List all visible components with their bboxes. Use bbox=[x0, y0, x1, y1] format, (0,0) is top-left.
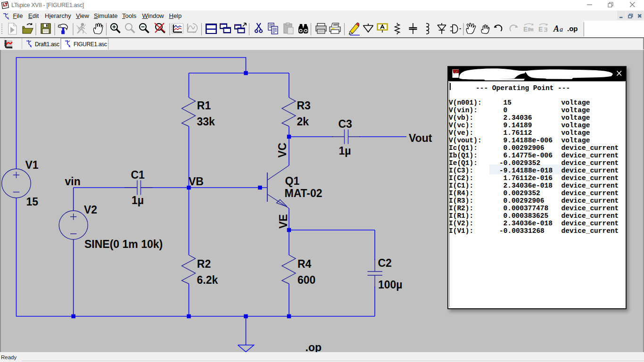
svg-text:VC: VC bbox=[276, 143, 289, 158]
svg-text:R3: R3 bbox=[297, 99, 311, 112]
svg-text:A: A bbox=[553, 24, 559, 33]
svg-text:1µ: 1µ bbox=[339, 145, 351, 157]
svg-text:2k: 2k bbox=[297, 115, 309, 128]
svg-text:C1: C1 bbox=[131, 169, 145, 181]
svg-text:Vout: Vout bbox=[409, 132, 432, 144]
svg-text:Q1: Q1 bbox=[285, 175, 300, 187]
svg-text:6.2k: 6.2k bbox=[197, 274, 218, 286]
svg-text:SINE(0 1m 10k): SINE(0 1m 10k) bbox=[84, 238, 163, 250]
svg-text:600: 600 bbox=[297, 274, 315, 286]
svg-text:R4: R4 bbox=[297, 258, 312, 270]
svg-text:E: E bbox=[523, 25, 528, 33]
svg-text:MAT-02: MAT-02 bbox=[285, 187, 322, 199]
svg-text:C3: C3 bbox=[339, 118, 352, 130]
svg-text:100µ: 100µ bbox=[378, 279, 403, 291]
svg-text:VB: VB bbox=[189, 175, 204, 188]
svg-text:V2: V2 bbox=[84, 204, 97, 216]
svg-text:vin: vin bbox=[65, 175, 81, 188]
svg-text:15: 15 bbox=[26, 196, 39, 208]
svg-text:33k: 33k bbox=[197, 115, 215, 128]
svg-text:R2: R2 bbox=[197, 258, 211, 270]
svg-text:1µ: 1µ bbox=[132, 194, 144, 206]
svg-text:E: E bbox=[538, 25, 543, 33]
svg-text:V1: V1 bbox=[25, 159, 39, 171]
svg-text:.op: .op bbox=[305, 341, 322, 353]
svg-text:C2: C2 bbox=[378, 257, 392, 269]
svg-text:.op: .op bbox=[567, 25, 578, 33]
svg-text:a: a bbox=[560, 26, 563, 33]
svg-text:VE: VE bbox=[277, 214, 289, 229]
svg-text:R1: R1 bbox=[197, 99, 211, 112]
